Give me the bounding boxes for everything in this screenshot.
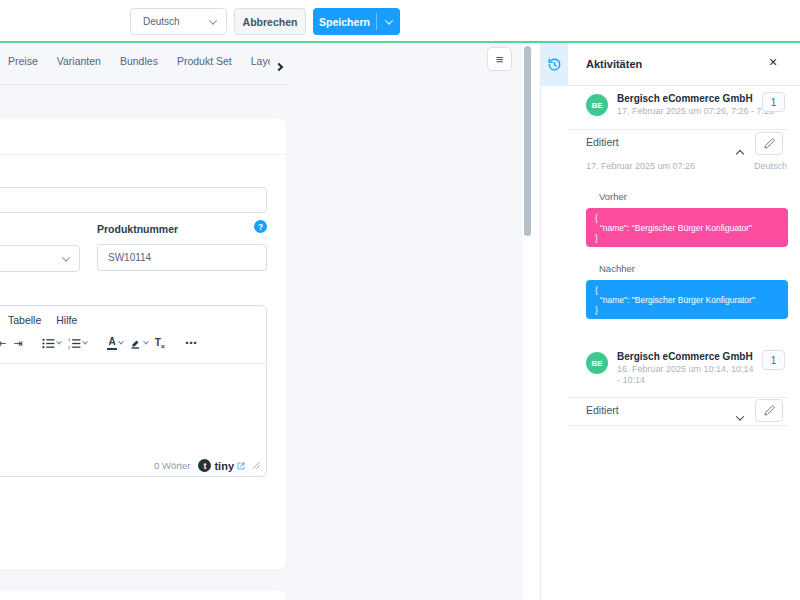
pencil-icon bbox=[764, 405, 775, 416]
top-action-bar: Deutsch Abbrechen Speichern bbox=[0, 0, 800, 43]
tab-layout[interactable]: Layout bbox=[251, 55, 270, 75]
detail-timestamp: 17. Februar 2025 um 07:26 bbox=[586, 161, 695, 171]
clear-formatting-icon: T× bbox=[155, 337, 165, 350]
ellipsis-icon: ⋯ bbox=[185, 336, 197, 350]
cancel-button[interactable]: Abbrechen bbox=[234, 8, 306, 35]
editor-menubar: Tabelle Hilfe bbox=[8, 314, 77, 326]
tiny-brand-link[interactable]: t tiny bbox=[198, 459, 245, 472]
tiny-brand-label: tiny bbox=[214, 460, 234, 472]
chevron-down-icon bbox=[57, 339, 63, 345]
numbered-list-button[interactable]: 12 bbox=[68, 338, 87, 349]
edit-activity-button[interactable] bbox=[755, 399, 783, 422]
resize-handle[interactable] bbox=[253, 462, 260, 469]
avatar: BE bbox=[586, 94, 608, 116]
outdent-button[interactable]: ⇤ bbox=[0, 337, 6, 350]
next-form-card bbox=[0, 591, 286, 600]
product-number-input[interactable]: SW10114 bbox=[97, 244, 267, 271]
entry-count-badge: 1 bbox=[762, 350, 785, 370]
tab-bundles[interactable]: Bundles bbox=[120, 55, 158, 75]
save-button[interactable]: Speichern bbox=[313, 8, 400, 35]
activities-panel: Aktivitäten × BE Bergisch eCommerce GmbH… bbox=[540, 43, 800, 600]
card-header-divider bbox=[0, 154, 286, 155]
after-code-block: { "name": "Bergischer Bürger Konfigurato… bbox=[586, 280, 788, 319]
external-link-icon bbox=[237, 462, 245, 470]
help-icon[interactable]: ? bbox=[254, 220, 267, 233]
panel-header-divider bbox=[568, 85, 800, 86]
outdent-icon: ⇤ bbox=[0, 337, 6, 350]
divider bbox=[568, 397, 788, 398]
svg-text:2: 2 bbox=[69, 344, 72, 348]
numbered-list-icon: 12 bbox=[68, 338, 81, 349]
chevron-down-icon bbox=[62, 253, 70, 261]
expand-toggle[interactable] bbox=[737, 407, 743, 425]
tab-produkt-set[interactable]: Produkt Set bbox=[177, 55, 232, 75]
product-name-input[interactable] bbox=[0, 187, 267, 213]
edit-activity-button[interactable] bbox=[755, 132, 783, 155]
panel-title: Aktivitäten bbox=[586, 58, 642, 70]
cancel-button-label: Abbrechen bbox=[243, 16, 298, 28]
collapse-toggle[interactable] bbox=[737, 143, 743, 161]
activities-sidebar-tab[interactable] bbox=[541, 43, 568, 86]
highlighter-icon bbox=[130, 337, 142, 349]
divider bbox=[568, 425, 788, 426]
tab-bar-divider bbox=[0, 84, 288, 85]
manufacturer-select[interactable] bbox=[0, 245, 80, 272]
bullet-list-icon bbox=[42, 338, 55, 349]
entry-count-badge: 1 bbox=[762, 92, 785, 112]
chevron-down-icon bbox=[143, 339, 149, 345]
editor-status-bar: 0 Wörter t tiny bbox=[154, 459, 260, 472]
hamburger-icon: ≡ bbox=[496, 52, 504, 67]
language-select-value: Deutsch bbox=[143, 16, 180, 27]
bullet-list-button[interactable] bbox=[42, 338, 61, 349]
product-number-value: SW10114 bbox=[108, 252, 151, 263]
entry-timestamp: 16. Februar 2025 um 10:14, 10:14 - 10:14 bbox=[617, 364, 759, 386]
word-count: 0 Wörter bbox=[154, 460, 190, 471]
editor-toolbar: ⇤ ⇥ 12 A bbox=[0, 336, 197, 350]
after-label: Nachher bbox=[599, 263, 635, 274]
tiny-logo-icon: t bbox=[198, 459, 211, 472]
indent-button[interactable]: ⇥ bbox=[13, 337, 22, 350]
vertical-scrollbar-thumb[interactable] bbox=[524, 46, 531, 236]
tab-preise[interactable]: Preise bbox=[8, 55, 38, 75]
chevron-down-icon bbox=[118, 339, 124, 345]
divider bbox=[568, 129, 788, 130]
tab-scroll-right-icon[interactable] bbox=[276, 56, 282, 74]
description-editor: Tabelle Hilfe ⇤ ⇥ 12 bbox=[0, 305, 267, 477]
chevron-down-icon bbox=[384, 16, 392, 24]
entry-timestamp: 17. Februar 2025 um 07:26, 7:26 - 7:26 bbox=[617, 106, 774, 117]
activity-action-label[interactable]: Editiert bbox=[586, 136, 619, 148]
before-label: Vorher bbox=[599, 191, 627, 202]
editor-toolbar-divider bbox=[0, 363, 266, 364]
app-window: Deutsch Abbrechen Speichern Preise Varia… bbox=[0, 0, 800, 600]
language-select[interactable]: Deutsch bbox=[130, 8, 227, 35]
menu-tabelle[interactable]: Tabelle bbox=[8, 314, 41, 326]
save-button-label: Speichern bbox=[313, 8, 376, 35]
indent-icon: ⇥ bbox=[13, 337, 22, 350]
save-dropdown-toggle[interactable] bbox=[377, 8, 400, 35]
chevron-down-icon bbox=[209, 16, 217, 24]
product-edit-area: Preise Varianten Bundles Produkt Set Lay… bbox=[0, 43, 523, 600]
clear-formatting-button[interactable]: T× bbox=[155, 337, 165, 350]
product-form-card: Produktnummer ? SW10114 Tabelle Hilfe ⇤ … bbox=[0, 119, 286, 570]
context-menu-button[interactable]: ≡ bbox=[487, 47, 512, 71]
tab-varianten[interactable]: Varianten bbox=[57, 55, 101, 75]
menu-hilfe[interactable]: Hilfe bbox=[56, 314, 77, 326]
product-number-label: Produktnummer bbox=[97, 223, 178, 235]
history-icon bbox=[547, 57, 562, 72]
text-color-button[interactable]: A bbox=[107, 337, 122, 350]
svg-text:1: 1 bbox=[69, 338, 72, 342]
before-code-block: { "name": "Bergischer Bürger Konfiguator… bbox=[586, 208, 788, 247]
chevron-down-icon bbox=[83, 339, 89, 345]
text-color-icon: A bbox=[107, 337, 116, 350]
close-icon[interactable]: × bbox=[769, 54, 777, 70]
product-tab-bar: Preise Varianten Bundles Produkt Set Lay… bbox=[8, 55, 270, 75]
entry-user-name: Bergisch eCommerce GmbH bbox=[617, 351, 753, 362]
highlight-color-button[interactable] bbox=[130, 337, 148, 349]
activity-action-label[interactable]: Editiert bbox=[586, 404, 619, 416]
entry-user-name: Bergisch eCommerce GmbH bbox=[617, 93, 753, 104]
more-toolbar-button[interactable]: ⋯ bbox=[185, 336, 197, 350]
pencil-icon bbox=[764, 138, 775, 149]
avatar: BE bbox=[586, 352, 608, 374]
detail-language: Deutsch bbox=[754, 161, 787, 171]
